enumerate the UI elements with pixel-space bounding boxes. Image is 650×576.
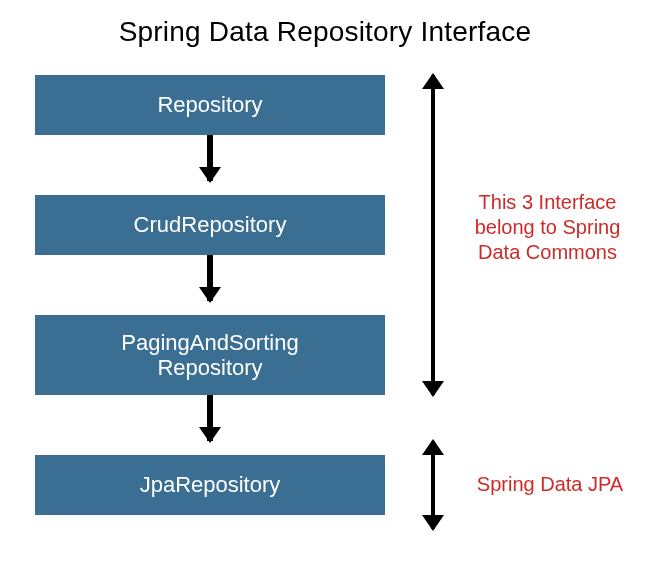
arrow-down-icon: [207, 135, 213, 181]
box-jpa-repository: JpaRepository: [35, 455, 385, 515]
box-repository: Repository: [35, 75, 385, 135]
box-paging-and-sorting-repository: PagingAndSorting Repository: [35, 315, 385, 395]
diagram-title: Spring Data Repository Interface: [0, 16, 650, 48]
box-label: PagingAndSorting: [35, 330, 385, 355]
box-label: JpaRepository: [35, 472, 385, 497]
box-label: Repository: [35, 92, 385, 117]
arrow-down-icon: [207, 395, 213, 441]
annotation-commons: This 3 Interface belong to Spring Data C…: [460, 190, 635, 265]
box-label: Repository: [35, 355, 385, 380]
annotation-jpa: Spring Data JPA: [465, 472, 635, 497]
box-crud-repository: CrudRepository: [35, 195, 385, 255]
box-label: CrudRepository: [35, 212, 385, 237]
arrow-down-icon: [207, 255, 213, 301]
range-arrow-commons-icon: [431, 75, 435, 395]
range-arrow-jpa-icon: [431, 441, 435, 529]
